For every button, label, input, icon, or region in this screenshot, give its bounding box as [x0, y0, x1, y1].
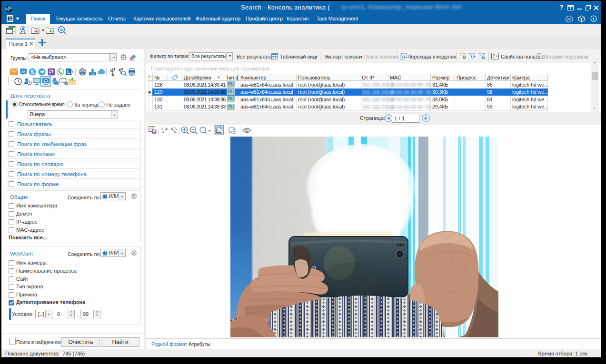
- svg-text:IM: IM: [21, 70, 25, 73]
- svg-text:FTP: FTP: [90, 73, 95, 75]
- svg-text:ID: ID: [60, 28, 63, 31]
- svg-text:L: L: [67, 69, 70, 75]
- svg-text:API: API: [567, 18, 571, 20]
- svg-text:HTTP: HTTP: [80, 70, 85, 73]
- svg-text:S: S: [30, 69, 34, 75]
- svg-text:i: i: [57, 82, 58, 85]
